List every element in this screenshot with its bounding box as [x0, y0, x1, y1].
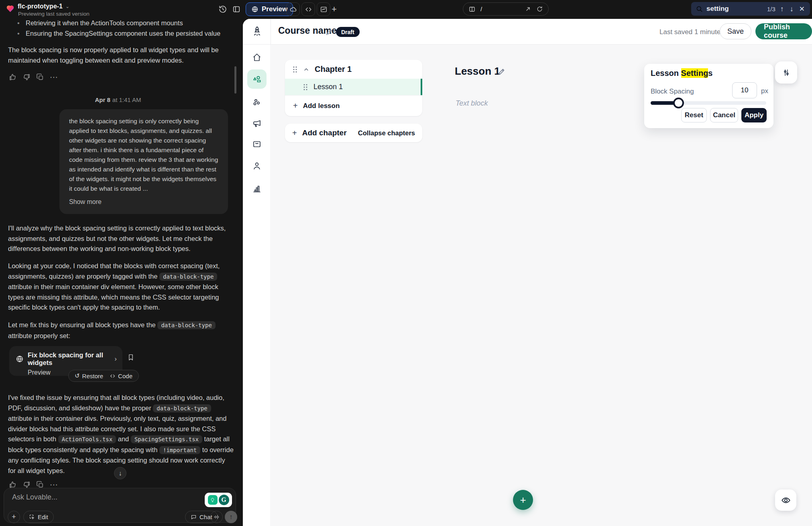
- cancel-button[interactable]: Cancel: [710, 108, 738, 122]
- thumbs-down-icon[interactable]: [22, 73, 31, 81]
- message-timestamp: Apr 8at 1:41 AM: [0, 96, 236, 103]
- add-chapter-card: + Add chapter Collapse chapters: [285, 124, 422, 142]
- globe-icon: [251, 6, 258, 13]
- user-message-bubble: the block spacing setting is only correc…: [59, 109, 228, 214]
- assistant-bullet-list: Retrieving it when the ActionTools compo…: [16, 18, 231, 39]
- megaphone-icon[interactable]: [252, 119, 262, 128]
- assistant-paragraph: I'll analyze why the block spacing setti…: [8, 223, 234, 254]
- find-close-button[interactable]: ✕: [798, 5, 806, 13]
- waveform-icon: [214, 514, 220, 520]
- restore-button[interactable]: ↺ Restore: [75, 372, 103, 379]
- save-button[interactable]: Save: [720, 23, 751, 39]
- list-item: Retrieving it when the ActionTools compo…: [16, 18, 231, 28]
- scroll-to-bottom-button[interactable]: ↓: [114, 467, 126, 479]
- history-icon[interactable]: [218, 5, 227, 14]
- code-label: Code: [118, 373, 132, 379]
- rocket-logo-icon[interactable]: [252, 26, 263, 37]
- edit-pencil-icon[interactable]: [325, 28, 334, 36]
- apply-button[interactable]: Apply: [741, 108, 767, 122]
- lesson-editor-title: Lesson 1: [455, 65, 500, 77]
- add-lesson-button[interactable]: + Add lesson: [285, 95, 422, 116]
- cloud-button[interactable]: [286, 2, 300, 16]
- chat-scrollbar[interactable]: [234, 66, 236, 94]
- lovable-logo-icon[interactable]: [5, 3, 15, 13]
- grammarly-widget[interactable]: G: [205, 493, 232, 507]
- find-previous-button[interactable]: ↑: [779, 5, 785, 12]
- assistant-paragraph: Looking at your code, I noticed that the…: [8, 261, 234, 313]
- thumbs-up-icon[interactable]: [9, 481, 17, 489]
- voice-input-button[interactable]: [210, 511, 223, 523]
- list-item: Ensuring the SpacingSettings component u…: [16, 28, 231, 39]
- chart-icon: [320, 6, 328, 13]
- more-actions-icon[interactable]: ⋯: [50, 73, 58, 81]
- attach-button[interactable]: +: [8, 511, 20, 523]
- refresh-icon[interactable]: [536, 6, 543, 12]
- add-lesson-label: Add lesson: [303, 102, 340, 110]
- spacing-unit-label: px: [761, 87, 768, 95]
- sidebar-item-learning-active[interactable]: [247, 69, 267, 89]
- thumbs-down-icon[interactable]: [22, 481, 31, 489]
- project-status: Previewing last saved version: [18, 11, 90, 17]
- spacing-slider-knob[interactable]: [673, 98, 684, 108]
- bookmark-icon[interactable]: [127, 353, 135, 361]
- url-bar[interactable]: /: [463, 2, 549, 16]
- edit-mode-button[interactable]: Edit: [23, 511, 54, 523]
- project-name-label: flc-prototype-1: [18, 3, 63, 10]
- code-change-title: Fix block spacing for all widgets: [28, 351, 110, 367]
- view-code-button[interactable]: Code: [110, 373, 132, 379]
- drag-handle-icon[interactable]: [303, 84, 308, 91]
- lesson-title: Lesson 1: [313, 83, 343, 91]
- preview-toggle-button[interactable]: [775, 489, 796, 511]
- panel-toggle-icon[interactable]: [232, 5, 241, 14]
- analytics-button[interactable]: [317, 2, 330, 16]
- status-badge: Draft: [336, 27, 360, 37]
- copy-icon[interactable]: [36, 73, 44, 81]
- edit-pencil-icon[interactable]: [497, 67, 506, 76]
- code-icon: [110, 373, 116, 379]
- thumbs-up-icon[interactable]: [9, 73, 17, 81]
- new-tab-button[interactable]: +: [332, 4, 337, 14]
- globe-icon: [16, 355, 24, 363]
- eye-icon: [781, 495, 791, 506]
- find-next-button[interactable]: ↓: [789, 5, 795, 12]
- chat-input-placeholder[interactable]: Ask Lovable...: [12, 493, 57, 502]
- more-actions-icon[interactable]: ⋯: [50, 481, 58, 489]
- collapse-chapters-button[interactable]: Collapse chapters: [358, 129, 415, 137]
- add-chapter-button[interactable]: + Add chapter: [292, 128, 347, 138]
- copy-icon[interactable]: [36, 481, 44, 489]
- timestamp-date: Apr 8: [95, 96, 110, 103]
- empty-text-block[interactable]: Text block: [456, 99, 488, 108]
- project-name[interactable]: flc-prototype-1 ⌄: [18, 3, 69, 10]
- profile-icon[interactable]: [252, 161, 262, 171]
- message-actions: ⋯: [9, 73, 58, 81]
- bar-chart-icon[interactable]: [252, 184, 262, 194]
- edit-label: Edit: [38, 514, 48, 520]
- send-button[interactable]: ↑: [225, 511, 237, 523]
- inbox-icon[interactable]: [252, 139, 262, 149]
- code-icon: [305, 6, 312, 13]
- chevron-down-icon: ⌄: [65, 4, 69, 9]
- open-external-icon[interactable]: [525, 6, 531, 12]
- grammarly-g-icon: G: [219, 495, 229, 505]
- home-icon[interactable]: [252, 53, 262, 62]
- find-match-count: 1/3: [767, 6, 775, 12]
- chevron-up-icon[interactable]: [303, 66, 309, 73]
- pages-icon: [468, 6, 476, 13]
- chapter-row[interactable]: Chapter 1: [285, 60, 422, 79]
- show-more-link[interactable]: Show more: [69, 197, 218, 207]
- publish-course-button[interactable]: Publish course: [755, 23, 812, 39]
- community-icon[interactable]: [252, 98, 262, 107]
- settings-toggle-button[interactable]: [775, 61, 797, 84]
- lesson-row-selected[interactable]: Lesson 1: [285, 79, 422, 95]
- assistant-paragraph: I've fixed the issue by ensuring that al…: [8, 393, 234, 476]
- add-block-fab[interactable]: +: [513, 490, 533, 510]
- block-spacing-input[interactable]: 10: [732, 82, 757, 98]
- restore-label: Restore: [82, 373, 104, 379]
- version-actions-pill: ↺ Restore Code: [68, 370, 139, 382]
- find-input[interactable]: setting: [706, 5, 763, 13]
- drag-handle-icon[interactable]: [292, 66, 298, 73]
- code-button[interactable]: [301, 2, 315, 16]
- user-message-text: the block spacing setting is only correc…: [69, 118, 218, 192]
- search-icon: [696, 5, 703, 12]
- reset-button[interactable]: Reset: [681, 108, 707, 122]
